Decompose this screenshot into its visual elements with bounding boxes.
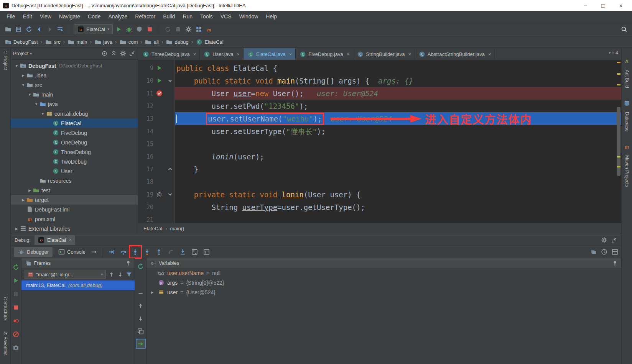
menu-vcs[interactable]: VCS [217, 12, 235, 21]
settings-icon[interactable] [184, 25, 193, 33]
editor-tab-elatecal-java[interactable]: CElateCal.java× [244, 48, 296, 60]
search-icon[interactable] [620, 25, 628, 33]
forward-icon[interactable] [45, 25, 54, 33]
fold-open-icon[interactable] [165, 78, 175, 83]
move-down-icon[interactable] [137, 314, 145, 323]
tool-button-1-project[interactable]: 1: Project [3, 48, 8, 73]
error-stripe-mark[interactable] [617, 62, 620, 63]
scroll-from-source-icon[interactable] [101, 50, 108, 57]
menu-run[interactable]: Run [179, 12, 196, 21]
settings-icon[interactable] [119, 50, 126, 57]
thread-selector[interactable]: "main"@1 in gr... ▾ [24, 270, 106, 279]
tree-item-main[interactable]: ▼main [11, 90, 138, 99]
tree-item-elatecal[interactable]: CElateCal [11, 118, 138, 128]
close-icon[interactable]: × [488, 51, 491, 57]
hide-icon[interactable] [128, 50, 135, 57]
editor-tab-threedebug-java[interactable]: CThreeDebug.java× [139, 48, 200, 60]
debug-tab-debugger[interactable]: Debugger [14, 247, 53, 257]
menu-tools[interactable]: Tools [197, 12, 216, 21]
editor-tab-abstractstringbuilder-java[interactable]: CAbstractStringBuilder.java× [415, 48, 495, 60]
breadcrumb-main[interactable]: main [67, 38, 88, 45]
breadcrumb-com[interactable]: com [119, 38, 139, 45]
breadcrumb-java[interactable]: java [94, 38, 113, 45]
tree-item-debugfast-iml[interactable]: DebugFast.iml [11, 205, 138, 214]
stop-icon[interactable] [12, 303, 20, 312]
project-structure-icon[interactable] [195, 25, 203, 33]
fold-open-icon[interactable] [165, 192, 175, 197]
scrollbar-thumb[interactable] [617, 107, 620, 176]
tree-item-twodebug[interactable]: CTwoDebug [11, 157, 138, 166]
remove-icon[interactable] [137, 289, 145, 297]
drop-frame-icon[interactable] [167, 248, 175, 256]
hidden-tabs-indicator[interactable]: ▾ ≡ 4 [609, 50, 618, 56]
menu-refactor[interactable]: Refactor [132, 12, 159, 21]
view-breakpoints-icon[interactable] [12, 316, 20, 325]
chevron-down-icon[interactable]: ▼ [27, 93, 33, 97]
warning-stripe-mark[interactable] [617, 166, 620, 167]
tree-item-test[interactable]: ▶test [11, 185, 138, 195]
chevron-right-icon[interactable]: ▶ [150, 290, 155, 294]
breadcrumb-debug[interactable]: debug [165, 38, 189, 45]
pin-icon[interactable] [125, 260, 132, 267]
trace-icon[interactable] [202, 248, 211, 256]
editor-tab-fivedebug-java[interactable]: CFiveDebug.java× [296, 48, 353, 60]
build-artifacts-icon[interactable] [174, 25, 183, 33]
run-to-cursor-icon[interactable] [179, 248, 187, 256]
menu-help[interactable]: Help [262, 12, 280, 21]
pin-icon[interactable] [611, 260, 618, 267]
tool-button-ant-build[interactable]: AAnt Build [624, 57, 630, 91]
menu-analyze[interactable]: Analyze [105, 12, 131, 21]
close-icon[interactable]: × [347, 51, 350, 57]
chevron-down-icon[interactable]: ▼ [14, 64, 20, 68]
tree-item-threedebug[interactable]: CThreeDebug [11, 147, 138, 157]
tree-item-debugfast[interactable]: ▼DebugFastD:\code\DebugFast [11, 61, 138, 71]
breakpoint-icon[interactable] [153, 90, 165, 97]
close-icon[interactable]: × [69, 237, 72, 243]
force-step-into-icon[interactable] [143, 248, 151, 256]
menu-view[interactable]: View [36, 12, 55, 21]
debug-tab-console[interactable]: Console [54, 247, 89, 257]
debug-icon[interactable] [125, 25, 133, 33]
run-gutter-icon[interactable] [153, 65, 165, 72]
hide-icon[interactable] [611, 236, 617, 243]
run-configuration-select[interactable]: IJ ElateCal ▾ [74, 24, 113, 34]
debug-session-tab[interactable]: IJ ElateCal × [35, 235, 75, 245]
editor-breadcrumb-main[interactable]: main() [170, 226, 184, 231]
variable-row-user[interactable]: ▶user={User@524} [146, 287, 621, 297]
variable-row-args[interactable]: pargs={String[0]@522} [146, 278, 621, 287]
open-folder-icon[interactable] [4, 25, 12, 33]
tree-item-resources[interactable]: resources [11, 176, 138, 185]
move-down-icon[interactable] [117, 271, 123, 278]
tree-item-com-ali-debug[interactable]: ▼com.ali.debug [11, 109, 138, 118]
minimize-icon[interactable]: − [577, 0, 594, 11]
filter-icon[interactable] [125, 271, 132, 278]
editor-scrollbar[interactable] [616, 60, 621, 223]
breadcrumb-debugfast[interactable]: DebugFast [4, 38, 39, 45]
back-icon[interactable] [35, 25, 43, 33]
tool-button-7-structure[interactable]: 7: Structure [3, 293, 8, 323]
warning-stripe-mark[interactable] [617, 73, 620, 75]
thread-dump-icon[interactable] [12, 343, 20, 352]
save-all-icon[interactable] [14, 25, 23, 33]
chevron-right-icon[interactable]: ▶ [14, 227, 20, 231]
tree-item-pom-xml[interactable]: mpom.xml [11, 214, 138, 224]
update-icon[interactable] [164, 25, 172, 33]
chevron-right-icon[interactable]: ▶ [20, 198, 26, 202]
step-over-icon[interactable] [119, 248, 128, 256]
close-icon[interactable]: × [612, 0, 630, 11]
code-editor[interactable]: 9public class ElateCal {10 public static… [138, 60, 621, 223]
move-up-icon[interactable] [108, 271, 115, 278]
close-icon[interactable]: × [289, 51, 292, 57]
tree-item-user[interactable]: CUser [11, 166, 138, 176]
tool-button-maven-projects[interactable]: mMaven Projects [624, 143, 630, 190]
pause-icon[interactable] [12, 290, 20, 298]
step-into-icon[interactable] [131, 248, 140, 256]
close-icon[interactable]: × [193, 51, 196, 57]
editor-breadcrumb-elatecal[interactable]: ElateCal [143, 226, 162, 231]
editor-tab-user-java[interactable]: CUser.java× [200, 48, 244, 60]
warning-stripe-mark[interactable] [617, 84, 620, 85]
menu-navigate[interactable]: Navigate [56, 12, 84, 21]
chevron-down-icon[interactable]: ▼ [40, 112, 46, 116]
coverage-icon[interactable] [135, 25, 144, 33]
maximize-icon[interactable]: □ [594, 0, 612, 11]
